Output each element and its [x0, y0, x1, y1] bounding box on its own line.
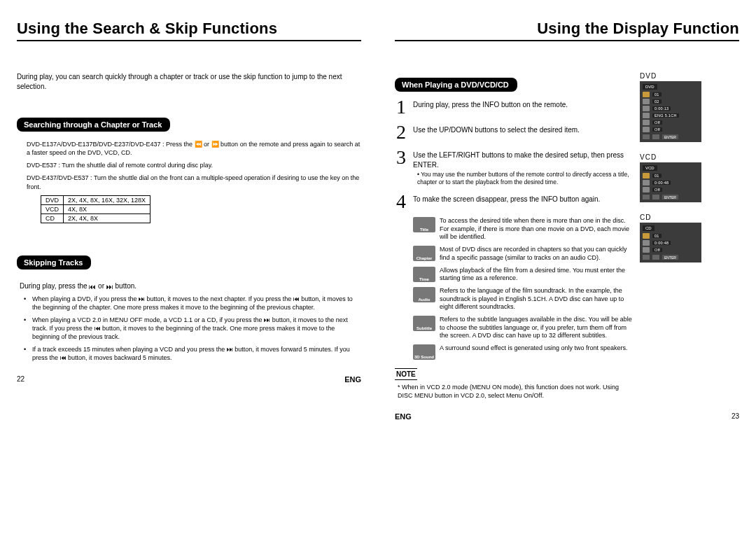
title-icon: Title [413, 217, 435, 232]
search-instruction-1: DVD-E137A/DVD-E137B/DVD-E237/DVD-E437 : … [27, 140, 361, 157]
list-item: If a track exceeds 15 minutes when playi… [27, 345, 361, 362]
list-item: When playing a DVD, if you press the ⏭ b… [27, 295, 361, 312]
page-title-left: Using the Search & Skip Functions [17, 20, 361, 41]
page-number-left: 22 [17, 375, 24, 384]
right-side-column: DVD DVD 01 02 0:00:13 ENG 5.1CH Off Off … [640, 71, 704, 400]
skip-intro: During play, press the ⏮ or ⏭ button. [20, 282, 361, 290]
section-head-when-playing: When Playing a DVD/VCD/CD [395, 78, 517, 92]
skip-back-icon: ⏮ [89, 283, 96, 290]
table-row: VCD4X, 8X [41, 204, 150, 214]
page-right: Using the Display Function BASIC FUNCTIO… [395, 20, 739, 421]
step-1: 1 During play, press the INFO button on … [395, 97, 633, 117]
table-row: DVD2X, 4X, 8X, 16X, 32X, 128X [41, 195, 150, 204]
speed-table: DVD2X, 4X, 8X, 16X, 32X, 128X VCD4X, 8X … [41, 195, 150, 223]
lang-label-right: ENG [395, 412, 412, 421]
note-body: * When in VCD 2.0 mode (MENU ON mode), t… [395, 383, 633, 400]
page-left: Using the Search & Skip Functions During… [17, 20, 361, 421]
skip-forward-icon: ⏭ [106, 283, 113, 290]
section-head-skipping: Skipping Tracks [17, 255, 91, 270]
desc-subtitle: SubtitleRefers to the subtitle languages… [413, 316, 633, 340]
audio-icon: Audio [413, 287, 435, 302]
table-row: CD2X, 4X, 8X [41, 214, 150, 223]
osd-panel-vcd: VCD 01 0:00:48 Off ENTER [640, 162, 701, 202]
step-2: 2 Use the UP/DOWN buttons to select the … [395, 122, 633, 142]
step-3: 3 Use the LEFT/RIGHT buttons to make the… [395, 148, 633, 186]
right-main-column: When Playing a DVD/VCD/CD 1 During play,… [395, 71, 633, 400]
osd-panel-dvd: DVD 01 02 0:00:13 ENG 5.1CH Off Off ENTE… [640, 81, 701, 142]
page-number-right: 23 [732, 412, 739, 421]
desc-3dsound: 3D SoundA surround sound effect is gener… [413, 344, 633, 360]
osd-panel-cd: CD 01 0:00:48 Off ENTER [640, 223, 701, 262]
page-title-right: Using the Display Function [395, 20, 739, 41]
osd-label-cd: CD [640, 214, 704, 221]
search-instruction-3: DVD-E437/DVD-E537 : Turn the shuttle dia… [27, 174, 361, 190]
desc-chapter: ChapterMost of DVD discs are recorded in… [413, 246, 633, 262]
osd-label-dvd: DVD [640, 72, 704, 80]
sound-3d-icon: 3D Sound [413, 344, 435, 360]
intro-text: During play, you can search quickly thro… [17, 72, 361, 91]
steps-list: 1 During play, press the INFO button on … [395, 97, 633, 211]
lang-label-left: ENG [344, 375, 361, 384]
chapter-icon: Chapter [413, 246, 435, 261]
note-heading: NOTE [395, 368, 417, 380]
desc-audio: AudioRefers to the language of the film … [413, 287, 633, 312]
section-head-searching: Searching through a Chapter or Track [17, 118, 170, 132]
desc-time: TimeAllows playback of the film from a d… [413, 267, 633, 283]
osd-label-vcd: VCD [640, 153, 704, 161]
list-item: When playing a VCD 2.0 in MENU OFF mode,… [27, 316, 361, 341]
step-4: 4 To make the screen disappear, press th… [395, 192, 633, 211]
time-icon: Time [413, 267, 435, 282]
desc-title: TitleTo access the desired title when th… [413, 217, 633, 241]
skip-bullets: When playing a DVD, if you press the ⏭ b… [17, 295, 361, 363]
search-instruction-2: DVD-E537 : Turn the shuttle dial of remo… [27, 161, 361, 169]
subtitle-icon: Subtitle [413, 316, 435, 331]
